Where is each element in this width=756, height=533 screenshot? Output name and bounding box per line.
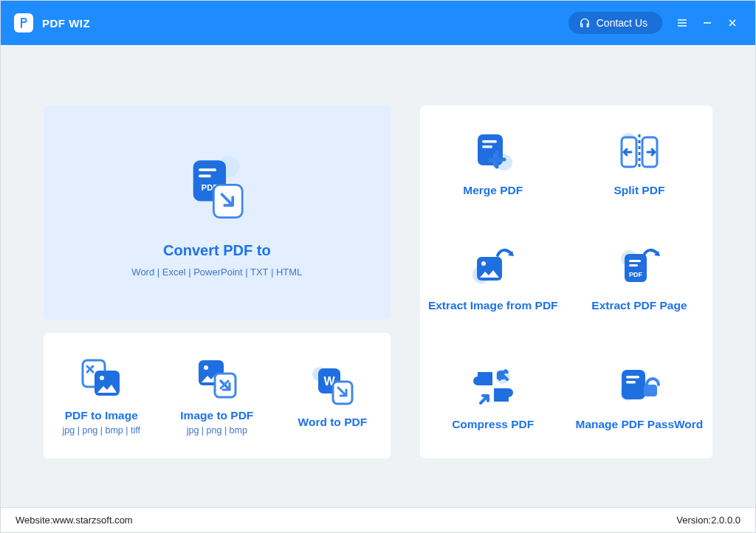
headphones-icon	[579, 17, 591, 29]
titlebar: PDF WIZ Contact Us	[1, 1, 755, 45]
pdf-to-image-sub: jpg | png | bmp | tiff	[63, 425, 140, 436]
split-pdf-title: Split PDF	[614, 183, 664, 199]
image-to-pdf-title: Image to PDF	[180, 409, 253, 422]
merge-pdf-tile[interactable]: Merge PDF	[420, 106, 566, 221]
manage-password-icon	[613, 362, 666, 411]
close-button[interactable]	[720, 10, 745, 35]
app-logo-icon	[14, 13, 33, 32]
convert-pdf-icon: PDF	[173, 148, 261, 229]
svg-text:PDF: PDF	[629, 271, 643, 278]
manage-password-tile[interactable]: Manage PDF PassWord	[566, 336, 712, 458]
image-to-pdf-sub: jpg | png | bmp	[187, 425, 247, 436]
bottom-row: PDF to Image jpg | png | bmp | tiff	[44, 333, 391, 458]
convert-pdf-tile[interactable]: PDF Convert PDF to Word | Excel | PowerP…	[44, 106, 391, 320]
split-pdf-tile[interactable]: Split PDF	[566, 106, 712, 221]
svg-point-26	[481, 261, 486, 266]
pdf-to-image-tile[interactable]: PDF to Image jpg | png | bmp | tiff	[44, 333, 159, 458]
image-to-pdf-tile[interactable]: Image to PDF jpg | png | bmp	[159, 333, 275, 458]
version-value: 2.0.0.0	[711, 515, 740, 526]
app-window: PDF WIZ Contact Us	[0, 0, 756, 533]
word-to-pdf-icon: W	[308, 362, 357, 410]
svg-rect-35	[626, 376, 639, 378]
split-pdf-icon	[612, 128, 667, 177]
merge-pdf-title: Merge PDF	[463, 183, 523, 199]
word-to-pdf-tile[interactable]: W Word to PDF	[275, 333, 391, 458]
extract-image-title: Extract Image from PDF	[428, 298, 558, 314]
compress-pdf-tile[interactable]: Compress PDF	[420, 336, 566, 458]
minimize-button[interactable]	[695, 10, 720, 35]
svg-rect-36	[626, 381, 636, 383]
convert-pdf-subtitle: Word | Excel | PowerPoint | TXT | HTML	[131, 266, 302, 278]
pdf-to-image-title: PDF to Image	[65, 409, 138, 422]
window-controls	[670, 10, 745, 35]
extract-page-title: Extract PDF Page	[591, 298, 687, 314]
menu-button[interactable]	[670, 10, 695, 35]
statusbar: Website: www.starzsoft.com Version: 2.0.…	[1, 507, 755, 532]
svg-rect-19	[482, 145, 492, 148]
contact-us-button[interactable]: Contact Us	[568, 12, 662, 34]
content-area: PDF Convert PDF to Word | Excel | PowerP…	[1, 45, 755, 507]
merge-pdf-icon	[467, 128, 519, 177]
extract-image-icon	[465, 244, 521, 292]
compress-pdf-icon	[469, 362, 518, 411]
word-to-pdf-title: Word to PDF	[298, 416, 368, 429]
svg-rect-3	[199, 168, 216, 171]
svg-rect-34	[622, 370, 645, 399]
svg-rect-30	[629, 264, 638, 266]
extract-page-tile[interactable]: PDF Extract PDF Page	[566, 221, 712, 336]
tools-grid: Merge PDF	[420, 106, 712, 458]
contact-us-label: Contact Us	[597, 17, 647, 29]
pdf-to-image-icon	[77, 356, 126, 403]
svg-point-10	[204, 365, 208, 370]
svg-rect-18	[482, 140, 497, 143]
convert-pdf-title: Convert PDF to	[163, 242, 271, 259]
extract-page-icon: PDF	[611, 244, 667, 292]
svg-point-8	[100, 376, 104, 380]
version-label: Version:	[676, 515, 711, 526]
app-title: PDF WIZ	[42, 17, 90, 30]
svg-rect-4	[199, 175, 211, 178]
image-to-pdf-icon	[193, 356, 241, 403]
website-value[interactable]: www.starzsoft.com	[52, 515, 132, 526]
website-label: Website:	[16, 515, 52, 526]
extract-image-tile[interactable]: Extract Image from PDF	[420, 221, 566, 336]
manage-password-title: Manage PDF PassWord	[575, 417, 703, 433]
svg-rect-29	[629, 260, 641, 262]
svg-rect-37	[644, 385, 657, 396]
compress-pdf-title: Compress PDF	[452, 417, 534, 433]
